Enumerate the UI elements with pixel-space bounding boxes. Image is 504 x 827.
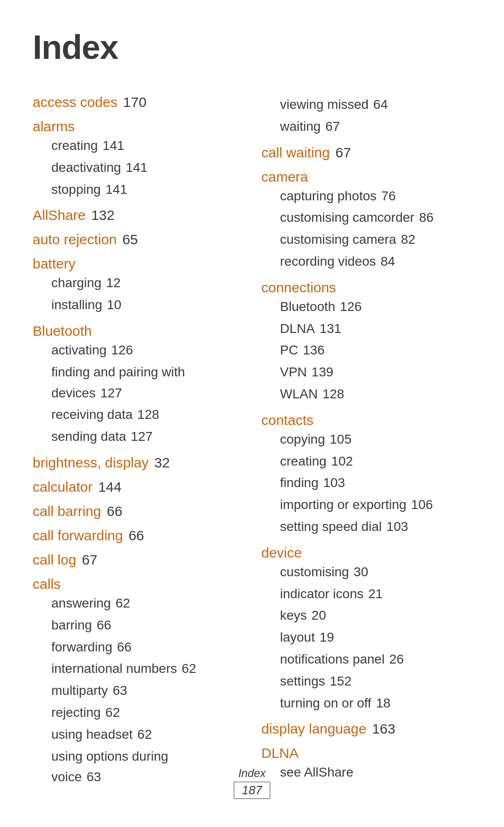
index-page-number: 67 bbox=[82, 552, 97, 568]
index-heading: call log bbox=[33, 552, 76, 568]
sub-block: activating126 finding and pairing withde… bbox=[33, 340, 243, 447]
index-heading: connections bbox=[261, 280, 336, 296]
sub-item: turning on or off18 bbox=[261, 693, 471, 714]
list-item: call barring 66 bbox=[33, 499, 243, 520]
index-page-number: 66 bbox=[128, 528, 144, 544]
sub-item: receiving data128 bbox=[33, 404, 243, 425]
right-column: viewing missed64 waiting67 call waiting … bbox=[257, 90, 471, 791]
index-page-number: 65 bbox=[122, 232, 138, 247]
index-page-number: 144 bbox=[98, 479, 121, 495]
sub-item: customising camera82 bbox=[261, 229, 471, 250]
list-item: battery charging12 installing10 bbox=[33, 251, 243, 316]
sub-item: viewing missed64 bbox=[261, 94, 471, 115]
list-item: calculator 144 bbox=[33, 474, 243, 496]
list-item: viewing missed64 waiting67 bbox=[261, 94, 471, 137]
page-footer: Index 187 bbox=[0, 767, 504, 799]
sub-item: capturing photos76 bbox=[261, 186, 471, 207]
sub-item: WLAN128 bbox=[261, 384, 471, 405]
sub-item: sending data127 bbox=[33, 426, 243, 447]
sub-item: waiting67 bbox=[261, 116, 471, 137]
list-item: display language 163 bbox=[261, 716, 471, 738]
list-item: brightness, display 32 bbox=[33, 450, 243, 472]
list-item: device customising30 indicator icons21 k… bbox=[261, 540, 471, 714]
footer-label: Index bbox=[0, 767, 504, 780]
sub-item: installing10 bbox=[33, 295, 243, 316]
sub-block: customising30 indicator icons21 keys20 l… bbox=[261, 562, 471, 714]
list-item: Bluetooth activating126 finding and pair… bbox=[33, 318, 243, 447]
index-page-number: 66 bbox=[107, 503, 122, 519]
index-heading: AllShare bbox=[33, 207, 85, 223]
sub-item: deactivating141 bbox=[33, 157, 243, 178]
index-heading: auto rejection bbox=[33, 232, 117, 247]
sub-item: indicator icons21 bbox=[261, 584, 471, 605]
index-heading: device bbox=[261, 545, 302, 561]
index-heading: calls bbox=[33, 576, 61, 592]
list-item: alarms creating141 deactivating141 stopp… bbox=[33, 114, 243, 200]
index-page-number: 32 bbox=[154, 455, 169, 471]
index-heading: alarms bbox=[33, 119, 75, 134]
sub-item: using headset62 bbox=[33, 724, 243, 745]
sub-item: recording videos84 bbox=[261, 251, 471, 272]
index-heading: call barring bbox=[33, 503, 101, 519]
sub-item: keys20 bbox=[261, 605, 471, 626]
index-page-number: 170 bbox=[123, 94, 147, 110]
sub-item: VPN139 bbox=[261, 362, 471, 383]
index-heading: access codes bbox=[33, 94, 118, 110]
index-page-number: 132 bbox=[91, 207, 114, 223]
list-item: calls answering62 barring66 forwarding66… bbox=[33, 572, 243, 788]
sub-item: importing or exporting106 bbox=[261, 495, 471, 516]
sub-block: charging12 installing10 bbox=[33, 273, 243, 316]
index-page-number: 67 bbox=[336, 145, 351, 161]
index-heading: battery bbox=[33, 256, 76, 272]
sub-item: copying105 bbox=[261, 429, 471, 450]
sub-block: viewing missed64 waiting67 bbox=[261, 94, 471, 137]
sub-item: finding and pairing withdevices127 bbox=[33, 362, 243, 404]
sub-item: customising camcorder86 bbox=[261, 207, 471, 228]
sub-item: DLNA131 bbox=[261, 318, 471, 339]
sub-item: creating102 bbox=[261, 451, 471, 472]
list-item: call forwarding 66 bbox=[33, 523, 243, 544]
sub-item: Bluetooth126 bbox=[261, 297, 471, 318]
list-item: auto rejection 65 bbox=[33, 227, 243, 248]
list-item: call log 67 bbox=[33, 547, 243, 569]
index-page-number: 163 bbox=[372, 721, 395, 737]
sub-item: answering62 bbox=[33, 593, 243, 614]
index-heading: camera bbox=[261, 169, 308, 185]
list-item: connections Bluetooth126 DLNA131 PC136 V… bbox=[261, 275, 471, 405]
sub-block: capturing photos76 customising camcorder… bbox=[261, 186, 471, 272]
index-heading: brightness, display bbox=[33, 455, 148, 471]
sub-item: barring66 bbox=[33, 615, 243, 636]
left-column: access codes 170 alarms creating141 deac… bbox=[33, 90, 257, 791]
list-item: camera capturing photos76 customising ca… bbox=[261, 164, 471, 272]
sub-block: creating141 deactivating141 stopping141 bbox=[33, 135, 243, 200]
sub-item: rejecting62 bbox=[33, 702, 243, 723]
sub-item: layout19 bbox=[261, 627, 471, 648]
index-heading: Bluetooth bbox=[33, 323, 92, 339]
index-heading: call forwarding bbox=[33, 528, 123, 544]
sub-item: finding103 bbox=[261, 473, 471, 494]
index-heading: calculator bbox=[33, 479, 92, 495]
sub-item: multiparty63 bbox=[33, 680, 243, 701]
index-content: access codes 170 alarms creating141 deac… bbox=[33, 90, 471, 791]
sub-item: PC136 bbox=[261, 340, 471, 361]
list-item: contacts copying105 creating102 finding1… bbox=[261, 408, 471, 537]
list-item: AllShare 132 bbox=[33, 203, 243, 224]
sub-block: answering62 barring66 forwarding66 inter… bbox=[33, 593, 243, 788]
sub-item: stopping141 bbox=[33, 179, 243, 200]
sub-item: customising30 bbox=[261, 562, 471, 583]
sub-block: copying105 creating102 finding103 import… bbox=[261, 429, 471, 537]
page-title: Index bbox=[33, 28, 471, 66]
sub-item: settings152 bbox=[261, 671, 471, 692]
index-heading: display language bbox=[261, 721, 366, 737]
sub-item: activating126 bbox=[33, 340, 243, 361]
list-item: call waiting 67 bbox=[261, 140, 471, 162]
sub-item: setting speed dial103 bbox=[261, 516, 471, 537]
sub-item: forwarding66 bbox=[33, 637, 243, 658]
footer-page-number: 187 bbox=[234, 782, 270, 799]
sub-item: charging12 bbox=[33, 273, 243, 294]
index-heading: call waiting bbox=[261, 145, 330, 161]
sub-item: notifications panel26 bbox=[261, 649, 471, 670]
sub-item: international numbers62 bbox=[33, 658, 243, 679]
index-heading: contacts bbox=[261, 412, 314, 428]
sub-block: Bluetooth126 DLNA131 PC136 VPN139 WLAN12… bbox=[261, 297, 471, 405]
